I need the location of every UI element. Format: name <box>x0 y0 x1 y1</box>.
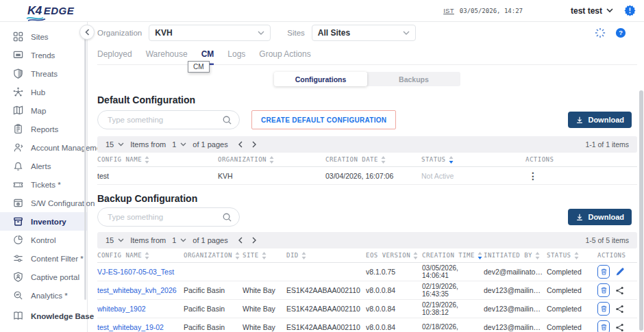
sidebar-item-reports[interactable]: Reports <box>0 120 87 138</box>
cell-config-name-link[interactable]: VJ-ES-1607-05-03_Test <box>97 268 184 276</box>
help-icon[interactable]: ? <box>615 27 626 38</box>
filter-row: Organization KVH Sites All Sites ? <box>97 22 637 44</box>
download-label: Download <box>588 213 624 221</box>
cell-initiated-by: dev123@mailinat... <box>484 305 547 313</box>
delete-icon[interactable] <box>597 283 610 297</box>
delete-icon[interactable] <box>597 302 610 316</box>
next-page-icon[interactable] <box>252 141 256 148</box>
sidebar-item-knowledge-base[interactable]: Knowledge Base <box>0 307 87 325</box>
column-header-initiated-by[interactable]: INITIATED BY <box>484 252 547 259</box>
column-header-creation-date[interactable]: CREATION DATE <box>325 156 421 164</box>
page-select[interactable]: 1 <box>172 140 186 149</box>
row-menu-kebab-icon[interactable]: ⋮ <box>525 170 541 181</box>
sidebar-collapse-button[interactable] <box>79 25 95 40</box>
cell-config-name-link[interactable]: test_whitebay_kvh_2026 <box>97 286 184 294</box>
sidebar-item-content-filter[interactable]: Content Filter * <box>0 249 87 268</box>
datetime-label: 03/05/2026, 14:27 <box>460 8 523 14</box>
sort-icon <box>381 156 386 164</box>
cell-site: White Bay <box>243 286 286 294</box>
chevron-left-icon <box>85 29 90 36</box>
sidebar-item-kontrol[interactable]: Kontrol <box>0 231 87 249</box>
cell-config-name-link[interactable]: test_whitebay_19-02 <box>97 323 184 331</box>
page-select[interactable]: 1 <box>172 236 186 244</box>
sidebar-item-label: Hub <box>31 88 45 97</box>
sidebar-scrollbar[interactable] <box>84 26 86 300</box>
app-window: K4 EDGE IST 03/05/2026, 14:27 test test <box>0 0 644 332</box>
section-title: Default Configuration <box>97 94 637 105</box>
table-row: VJ-ES-1607-05-03_Test v8.1.0.75 03/05/20… <box>97 263 637 281</box>
user-menu[interactable]: test test <box>571 6 613 16</box>
main-scrollbar[interactable] <box>639 90 643 331</box>
tab-configurations[interactable]: Configurations <box>274 72 367 86</box>
column-header-status[interactable]: STATUS <box>547 252 597 259</box>
tab-warehouse[interactable]: Warehouse <box>146 44 188 65</box>
tab-group-actions[interactable]: Group Actions <box>259 44 310 65</box>
logo-wave-icon <box>26 16 49 22</box>
monitor-icon <box>13 50 23 60</box>
default-config-table: CONFIG NAME ORGANIZATION CREATION DATE S… <box>97 153 637 185</box>
sidebar-item-alerts[interactable]: Alerts <box>0 157 87 175</box>
sidebar-item-map[interactable]: Map <box>0 101 87 120</box>
cell-config-name-link[interactable]: whitebay_1902 <box>97 305 184 313</box>
share-icon[interactable] <box>615 286 624 295</box>
previous-page-icon[interactable] <box>238 237 243 244</box>
sidebar-item-sw-configuration[interactable]: S/W Configuration <box>0 194 87 212</box>
column-header-organization[interactable]: ORGANIZATION <box>184 252 243 259</box>
cell-did: ES1K42AABAA002110 <box>286 305 366 313</box>
chevron-down-icon <box>606 8 613 13</box>
organization-label: Organization <box>97 29 142 37</box>
sidebar-item-label: Tickets * <box>31 181 61 189</box>
pie-chart-icon <box>13 235 23 245</box>
sidebar-item-tickets[interactable]: Tickets * <box>0 175 87 194</box>
organization-select[interactable]: KVH <box>149 25 271 41</box>
column-header-site[interactable]: SITE <box>243 252 286 259</box>
search-icon[interactable] <box>222 115 232 125</box>
column-header-eos-version[interactable]: EOS VERSION <box>366 252 422 259</box>
sidebar-item-threats[interactable]: Threats <box>0 64 87 83</box>
search-icon[interactable] <box>222 212 232 222</box>
column-header-did[interactable]: DID <box>286 252 366 259</box>
backup-config-search <box>97 207 240 227</box>
spinner-sun-icon[interactable] <box>595 27 606 38</box>
tab-logs[interactable]: Logs <box>227 44 245 65</box>
notification-badge-icon[interactable] <box>624 5 636 16</box>
pages-label: of 1 pages <box>193 140 227 149</box>
page-size-select[interactable]: 15 <box>106 140 124 149</box>
tab-deployed[interactable]: Deployed <box>97 44 132 65</box>
tab-backups[interactable]: Backups <box>367 72 460 86</box>
sidebar-item-captive-portal[interactable]: Captive portal <box>0 268 87 286</box>
section-title: Backup Configuration <box>97 193 637 204</box>
sidebar-item-label: Alerts <box>31 162 51 170</box>
column-header-status[interactable]: STATUS <box>421 156 525 164</box>
sidebar-item-analytics[interactable]: Analytics * <box>0 286 87 305</box>
column-header-organization[interactable]: ORGANIZATION <box>218 156 325 164</box>
column-header-config-name[interactable]: CONFIG NAME <box>97 156 218 164</box>
cell-eos-version: v8.0.0.84 <box>366 323 422 331</box>
download-button[interactable]: Download <box>568 112 632 128</box>
sidebar-item-trends[interactable]: Trends <box>0 46 87 64</box>
previous-page-icon[interactable] <box>238 141 243 148</box>
share-icon[interactable] <box>615 323 624 332</box>
sidebar-item-label: Captive portal <box>31 273 79 281</box>
download-button[interactable]: Download <box>568 209 632 225</box>
delete-icon[interactable] <box>597 265 610 279</box>
sidebar-item-hub[interactable]: Hub <box>0 83 87 101</box>
topbar: K4 EDGE IST 03/05/2026, 14:27 test test <box>0 0 644 22</box>
sites-select[interactable]: All Sites <box>312 25 416 41</box>
delete-icon[interactable] <box>597 320 610 332</box>
sidebar-item-sites[interactable]: Sites <box>0 27 87 46</box>
search-input[interactable] <box>108 213 222 221</box>
page-size-select[interactable]: 15 <box>106 236 124 244</box>
sidebar-item-account-management[interactable]: Account Management <box>0 138 87 157</box>
column-header-creation-time[interactable]: CREATION TIME <box>422 252 484 259</box>
sidebar-item-inventory[interactable]: Inventory <box>0 212 87 231</box>
archive-box-icon <box>13 216 23 227</box>
share-icon[interactable] <box>615 305 624 314</box>
next-page-icon[interactable] <box>252 237 256 244</box>
edit-pencil-icon[interactable] <box>615 267 625 277</box>
search-input[interactable] <box>108 116 222 124</box>
subtab-strip: Configurations Backups <box>274 72 460 86</box>
column-header-config-name[interactable]: CONFIG NAME <box>97 252 184 259</box>
create-default-configuration-button[interactable]: CREATE DEFAULT CONFIGURATION <box>251 110 396 129</box>
timezone-label[interactable]: IST <box>443 7 454 14</box>
